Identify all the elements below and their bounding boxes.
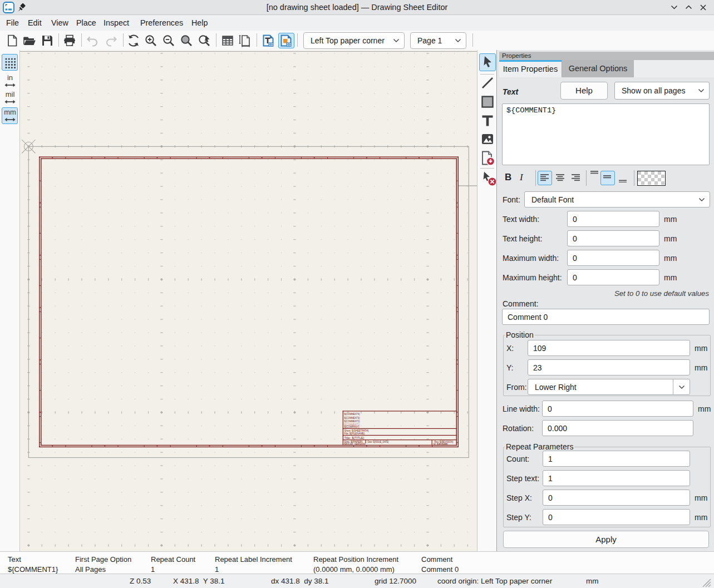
svg-text:${COMPANY}: ${COMPANY} [344,425,360,428]
svg-text:Title: ${TITLE}: Title: ${TITLE} [344,436,365,439]
svg-text:${KICAD_VERSION}: ${KICAD_VERSION} [344,442,366,446]
svg-text:Id: ${#}/${##}: Id: ${#}/${##} [434,442,448,446]
svg-text:Date: ${ISSUE_DATE}: Date: ${ISSUE_DATE} [368,440,389,443]
svg-text:File: ${FILENAME}: File: ${FILENAME} [344,432,365,435]
svg-text:${COMMENT4}: ${COMMENT4} [344,412,360,416]
svg-text:${COMMENT3}: ${COMMENT3} [344,416,360,419]
